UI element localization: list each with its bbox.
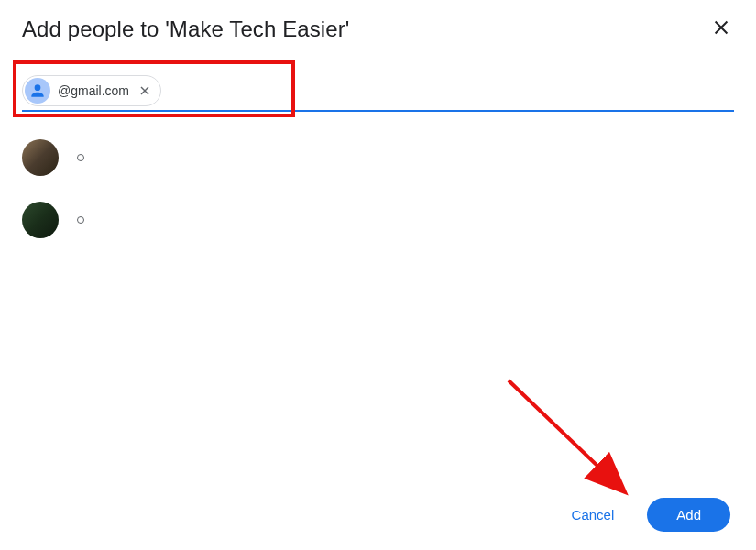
people-list [22, 139, 734, 264]
email-input[interactable] [169, 76, 734, 105]
svg-point-2 [35, 84, 41, 91]
dialog-header: Add people to 'Make Tech Easier' [0, 0, 756, 44]
person-row[interactable] [22, 139, 734, 176]
email-input-row[interactable]: @gmail.com [22, 70, 734, 112]
dialog-title: Add people to 'Make Tech Easier' [22, 16, 349, 42]
add-people-dialog: Add people to 'Make Tech Easier' @gmail.… [0, 0, 756, 550]
bullet-icon [77, 154, 84, 161]
svg-line-6 [509, 380, 623, 490]
person-avatar [22, 139, 59, 176]
remove-icon [137, 83, 152, 98]
close-icon [711, 17, 731, 38]
person-avatar [22, 202, 59, 238]
person-icon [28, 82, 47, 100]
chip-remove-button[interactable] [137, 82, 153, 99]
email-input-area: @gmail.com [22, 70, 734, 112]
dialog-footer: Cancel Add [0, 478, 756, 550]
cancel-button[interactable]: Cancel [553, 498, 633, 532]
bullet-icon [77, 216, 84, 224]
email-chip[interactable]: @gmail.com [22, 75, 161, 106]
close-button[interactable] [705, 11, 738, 44]
chip-email-text: @gmail.com [56, 83, 133, 98]
person-row[interactable] [22, 202, 734, 238]
chip-avatar [25, 78, 50, 104]
add-button[interactable]: Add [647, 498, 730, 532]
